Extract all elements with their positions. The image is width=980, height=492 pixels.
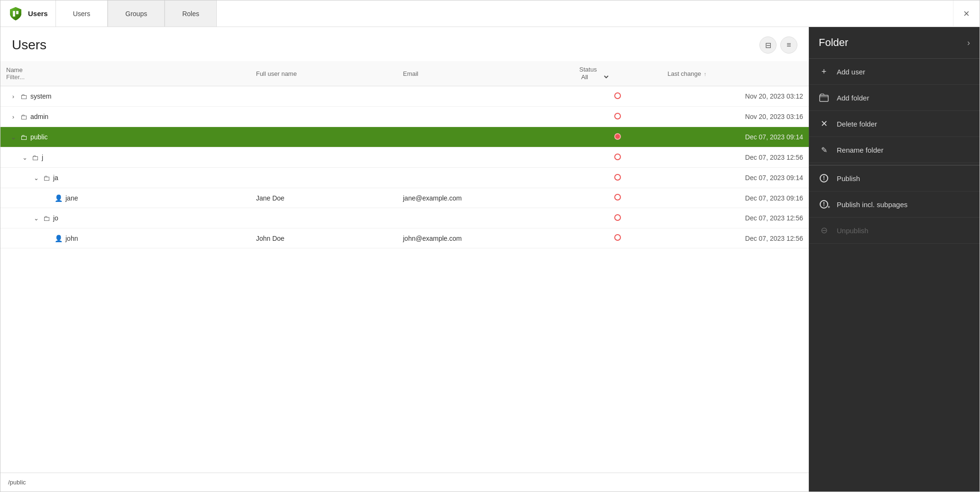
- panel-menu-item-unpublish: ⊖ Unpublish: [809, 218, 980, 244]
- status-dot: [614, 234, 621, 241]
- folder-icon: 🗀: [20, 92, 28, 100]
- add-folder-icon: [819, 92, 829, 103]
- row-name: john: [65, 235, 78, 242]
- table-row[interactable]: › 🗀 system Nov 20, 2023 03:12: [0, 86, 809, 107]
- expand-button[interactable]: ›: [9, 92, 18, 100]
- menu-icon: ≡: [786, 41, 791, 49]
- fullname-cell: [250, 208, 398, 228]
- email-cell: jane@example.com: [398, 188, 574, 208]
- right-panel: Folder › + Add user Add folder ✕ Delete …: [809, 27, 980, 492]
- content-header: Users ⊟ ≡: [0, 27, 809, 61]
- footer-path: /public: [8, 479, 26, 486]
- panel-menu-item-publish-incl-subpages[interactable]: !+ Publish incl. subpages: [809, 191, 980, 218]
- tab-users[interactable]: Users: [55, 0, 108, 27]
- tab-roles[interactable]: Roles: [165, 0, 217, 27]
- unpublish-label: Unpublish: [837, 227, 869, 235]
- table-header-row: Name Full user name Email Status: [0, 61, 809, 86]
- panel-menu: + Add user Add folder ✕ Delete folder ✎ …: [809, 59, 980, 492]
- menu-icon-button[interactable]: ≡: [780, 36, 797, 54]
- row-name: jo: [53, 214, 58, 222]
- table-row[interactable]: ⌄ 🗀 j Dec 07, 2023 12:56: [0, 147, 809, 168]
- svg-rect-2: [820, 95, 828, 101]
- status-cell: [573, 86, 662, 107]
- collapse-button[interactable]: ⌄: [9, 133, 18, 141]
- status-filter-select[interactable]: All Active Inactive: [579, 73, 610, 81]
- panel-expand-button[interactable]: ›: [967, 38, 970, 48]
- lastchange-cell: Dec 07, 2023 09:14: [662, 127, 809, 147]
- close-button[interactable]: ×: [953, 0, 980, 27]
- status-cell: [573, 208, 662, 228]
- folder-icon: 🗀: [32, 154, 39, 162]
- collapse-button[interactable]: ⌄: [32, 214, 40, 222]
- rename-folder-label: Rename folder: [837, 146, 883, 154]
- collapse-button[interactable]: ⌄: [20, 153, 29, 162]
- name-cell: › 🗀 admin: [0, 107, 250, 127]
- name-cell: 👤 john: [0, 228, 250, 248]
- page-title: Users: [12, 37, 46, 53]
- table-row[interactable]: ⌄ 🗀 ja Dec 07, 2023 09:14: [0, 168, 809, 188]
- status-cell: [573, 147, 662, 168]
- top-nav: Users Users Groups Roles ×: [0, 0, 980, 27]
- fullname-cell: John Doe: [250, 228, 398, 248]
- status-dot: [614, 214, 621, 221]
- table-row[interactable]: ⌄ 🗀 public Dec 07, 2023 09:14: [0, 127, 809, 147]
- filter-icon-button[interactable]: ⊟: [759, 36, 777, 54]
- panel-menu-item-delete-folder[interactable]: ✕ Delete folder: [809, 111, 980, 137]
- col-header-fullname: Full user name: [250, 61, 398, 86]
- app-logo-icon: [8, 6, 23, 21]
- col-header-email: Email: [398, 61, 574, 86]
- table-body: › 🗀 system Nov 20, 2023 03:12 › 🗀 admin …: [0, 86, 809, 248]
- name-cell: › 🗀 system: [0, 86, 250, 107]
- user-icon: 👤: [55, 235, 63, 242]
- name-cell: ⌄ 🗀 ja: [0, 168, 250, 188]
- svg-rect-1: [16, 11, 18, 14]
- fullname-cell: Jane Doe: [250, 188, 398, 208]
- panel-menu-item-add-folder[interactable]: Add folder: [809, 85, 980, 111]
- row-name: public: [30, 133, 48, 141]
- panel-header: Folder ›: [809, 27, 980, 59]
- lastchange-cell: Nov 20, 2023 03:12: [662, 86, 809, 107]
- folder-icon: 🗀: [20, 113, 28, 121]
- svg-rect-0: [13, 11, 15, 17]
- expand-button[interactable]: ›: [9, 112, 18, 121]
- content-area: Users ⊟ ≡ Name: [0, 27, 809, 492]
- fullname-cell: [250, 86, 398, 107]
- folder-icon: 🗀: [20, 133, 28, 141]
- app-window: Users Users Groups Roles × Users ⊟: [0, 0, 980, 492]
- table-row[interactable]: › 🗀 admin Nov 20, 2023 03:16: [0, 107, 809, 127]
- fullname-cell: [250, 147, 398, 168]
- header-actions: ⊟ ≡: [759, 36, 797, 54]
- add-user-label: Add user: [837, 68, 865, 76]
- status-cell: [573, 107, 662, 127]
- panel-menu-item-rename-folder[interactable]: ✎ Rename folder: [809, 137, 980, 163]
- email-cell: john@example.com: [398, 228, 574, 248]
- row-name: jane: [65, 194, 78, 202]
- add-user-icon: +: [819, 66, 829, 77]
- row-name: ja: [53, 174, 58, 182]
- users-table: Name Full user name Email Status: [0, 61, 809, 248]
- table-row[interactable]: ⌄ 🗀 jo Dec 07, 2023 12:56: [0, 208, 809, 228]
- logo-area: Users: [0, 0, 55, 27]
- status-cell: [573, 228, 662, 248]
- tab-groups[interactable]: Groups: [108, 0, 165, 27]
- panel-menu-item-add-user[interactable]: + Add user: [809, 59, 980, 85]
- delete-folder-label: Delete folder: [837, 120, 877, 128]
- email-cell: [398, 147, 574, 168]
- users-table-container: Name Full user name Email Status: [0, 61, 809, 473]
- footer-bar: /public: [0, 473, 809, 492]
- lastchange-cell: Nov 20, 2023 03:16: [662, 107, 809, 127]
- name-filter-input[interactable]: [6, 73, 245, 81]
- publish-icon: !: [819, 173, 829, 183]
- panel-menu-item-publish[interactable]: ! Publish: [809, 165, 980, 191]
- table-row[interactable]: 👤 jane Jane Doe jane@example.com Dec 07,…: [0, 188, 809, 208]
- col-header-lastchange: Last change ↑: [662, 61, 809, 86]
- email-cell: [398, 86, 574, 107]
- table-row[interactable]: 👤 john John Doe john@example.com Dec 07,…: [0, 228, 809, 248]
- lastchange-cell: Dec 07, 2023 12:56: [662, 208, 809, 228]
- collapse-button[interactable]: ⌄: [32, 173, 40, 182]
- folder-icon: 🗀: [43, 174, 50, 182]
- fullname-cell: [250, 107, 398, 127]
- add-folder-icon: [819, 93, 829, 102]
- publish-incl-subpages-label: Publish incl. subpages: [837, 200, 907, 209]
- email-cell: [398, 107, 574, 127]
